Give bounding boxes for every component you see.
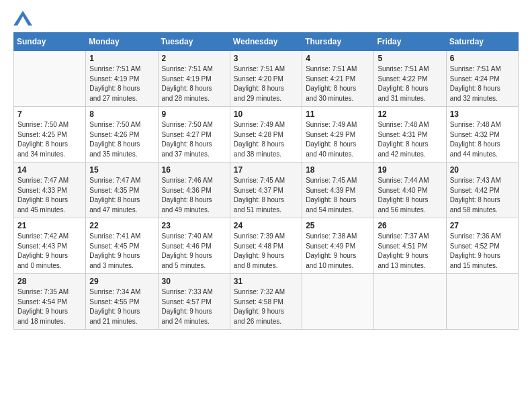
day-number: 16	[162, 165, 226, 175]
day-info: Sunrise: 7:50 AM Sunset: 4:27 PM Dayligh…	[162, 120, 226, 159]
day-info: Sunrise: 7:51 AM Sunset: 4:24 PM Dayligh…	[450, 64, 515, 103]
calendar-cell: 8Sunrise: 7:50 AM Sunset: 4:26 PM Daylig…	[86, 107, 158, 163]
day-number: 14	[17, 165, 82, 175]
calendar-cell	[446, 274, 518, 330]
day-info: Sunrise: 7:51 AM Sunset: 4:22 PM Dayligh…	[378, 64, 442, 103]
day-info: Sunrise: 7:35 AM Sunset: 4:54 PM Dayligh…	[17, 287, 82, 326]
weekday-header-friday: Friday	[374, 33, 446, 51]
calendar-table: SundayMondayTuesdayWednesdayThursdayFrid…	[13, 32, 519, 330]
day-info: Sunrise: 7:50 AM Sunset: 4:25 PM Dayligh…	[17, 120, 82, 159]
calendar-cell: 18Sunrise: 7:45 AM Sunset: 4:39 PM Dayli…	[302, 163, 374, 218]
calendar-cell: 28Sunrise: 7:35 AM Sunset: 4:54 PM Dayli…	[14, 274, 86, 330]
calendar-week-row: 14Sunrise: 7:47 AM Sunset: 4:33 PM Dayli…	[14, 163, 519, 218]
day-number: 30	[162, 277, 226, 286]
day-number: 26	[378, 221, 442, 230]
day-info: Sunrise: 7:47 AM Sunset: 4:33 PM Dayligh…	[17, 176, 82, 215]
calendar-cell: 23Sunrise: 7:40 AM Sunset: 4:46 PM Dayli…	[158, 218, 230, 274]
day-number: 13	[450, 109, 515, 119]
day-number: 1	[89, 54, 154, 63]
day-number: 27	[450, 221, 515, 230]
calendar-cell	[14, 51, 86, 107]
page-header	[13, 11, 519, 26]
day-number: 2	[162, 54, 226, 63]
day-info: Sunrise: 7:44 AM Sunset: 4:40 PM Dayligh…	[378, 176, 442, 215]
day-info: Sunrise: 7:48 AM Sunset: 4:31 PM Dayligh…	[378, 120, 442, 159]
calendar-cell: 15Sunrise: 7:47 AM Sunset: 4:35 PM Dayli…	[86, 163, 158, 218]
day-number: 18	[306, 165, 370, 175]
calendar-cell: 25Sunrise: 7:38 AM Sunset: 4:49 PM Dayli…	[302, 218, 374, 274]
calendar-cell: 6Sunrise: 7:51 AM Sunset: 4:24 PM Daylig…	[446, 51, 518, 107]
day-info: Sunrise: 7:36 AM Sunset: 4:52 PM Dayligh…	[450, 232, 515, 271]
day-number: 24	[234, 221, 298, 230]
day-info: Sunrise: 7:51 AM Sunset: 4:20 PM Dayligh…	[234, 64, 298, 103]
day-info: Sunrise: 7:45 AM Sunset: 4:37 PM Dayligh…	[234, 176, 298, 215]
calendar-cell: 14Sunrise: 7:47 AM Sunset: 4:33 PM Dayli…	[14, 163, 86, 218]
calendar-cell: 26Sunrise: 7:37 AM Sunset: 4:51 PM Dayli…	[374, 218, 446, 274]
day-number: 3	[234, 54, 298, 63]
day-number: 17	[234, 165, 298, 175]
calendar-cell: 29Sunrise: 7:34 AM Sunset: 4:55 PM Dayli…	[86, 274, 158, 330]
calendar-week-row: 7Sunrise: 7:50 AM Sunset: 4:25 PM Daylig…	[14, 107, 519, 163]
calendar-cell	[302, 274, 374, 330]
day-number: 21	[17, 221, 82, 230]
logo	[13, 11, 35, 26]
calendar-cell: 31Sunrise: 7:32 AM Sunset: 4:58 PM Dayli…	[230, 274, 302, 330]
calendar-cell: 9Sunrise: 7:50 AM Sunset: 4:27 PM Daylig…	[158, 107, 230, 163]
day-number: 5	[378, 54, 442, 63]
day-info: Sunrise: 7:43 AM Sunset: 4:42 PM Dayligh…	[450, 176, 515, 215]
day-info: Sunrise: 7:47 AM Sunset: 4:35 PM Dayligh…	[89, 176, 154, 215]
day-number: 23	[162, 221, 226, 230]
logo-icon	[13, 11, 32, 26]
day-info: Sunrise: 7:49 AM Sunset: 4:29 PM Dayligh…	[306, 120, 370, 159]
day-info: Sunrise: 7:38 AM Sunset: 4:49 PM Dayligh…	[306, 232, 370, 271]
day-number: 31	[234, 277, 298, 286]
day-info: Sunrise: 7:50 AM Sunset: 4:26 PM Dayligh…	[89, 120, 154, 159]
day-number: 7	[17, 109, 82, 119]
day-number: 28	[17, 277, 82, 286]
weekday-header-sunday: Sunday	[14, 33, 86, 51]
day-info: Sunrise: 7:49 AM Sunset: 4:28 PM Dayligh…	[234, 120, 298, 159]
calendar-cell: 19Sunrise: 7:44 AM Sunset: 4:40 PM Dayli…	[374, 163, 446, 218]
day-number: 15	[89, 165, 154, 175]
day-info: Sunrise: 7:46 AM Sunset: 4:36 PM Dayligh…	[162, 176, 226, 215]
day-info: Sunrise: 7:41 AM Sunset: 4:45 PM Dayligh…	[89, 232, 154, 271]
weekday-header-tuesday: Tuesday	[158, 33, 230, 51]
weekday-header-monday: Monday	[86, 33, 158, 51]
day-number: 29	[89, 277, 154, 286]
calendar-cell: 7Sunrise: 7:50 AM Sunset: 4:25 PM Daylig…	[14, 107, 86, 163]
calendar-cell: 3Sunrise: 7:51 AM Sunset: 4:20 PM Daylig…	[230, 51, 302, 107]
day-number: 12	[378, 109, 442, 119]
calendar-cell: 11Sunrise: 7:49 AM Sunset: 4:29 PM Dayli…	[302, 107, 374, 163]
day-info: Sunrise: 7:40 AM Sunset: 4:46 PM Dayligh…	[162, 232, 226, 271]
weekday-header-row: SundayMondayTuesdayWednesdayThursdayFrid…	[14, 33, 519, 51]
calendar-cell: 12Sunrise: 7:48 AM Sunset: 4:31 PM Dayli…	[374, 107, 446, 163]
day-number: 20	[450, 165, 515, 175]
day-info: Sunrise: 7:33 AM Sunset: 4:57 PM Dayligh…	[162, 287, 226, 326]
day-number: 25	[306, 221, 370, 230]
calendar-cell: 4Sunrise: 7:51 AM Sunset: 4:21 PM Daylig…	[302, 51, 374, 107]
day-number: 19	[378, 165, 442, 175]
calendar-cell: 2Sunrise: 7:51 AM Sunset: 4:19 PM Daylig…	[158, 51, 230, 107]
day-number: 6	[450, 54, 515, 63]
weekday-header-wednesday: Wednesday	[230, 33, 302, 51]
day-info: Sunrise: 7:51 AM Sunset: 4:21 PM Dayligh…	[306, 64, 370, 103]
calendar-cell: 22Sunrise: 7:41 AM Sunset: 4:45 PM Dayli…	[86, 218, 158, 274]
calendar-cell: 21Sunrise: 7:42 AM Sunset: 4:43 PM Dayli…	[14, 218, 86, 274]
calendar-cell: 5Sunrise: 7:51 AM Sunset: 4:22 PM Daylig…	[374, 51, 446, 107]
day-info: Sunrise: 7:51 AM Sunset: 4:19 PM Dayligh…	[89, 64, 154, 103]
calendar-cell: 30Sunrise: 7:33 AM Sunset: 4:57 PM Dayli…	[158, 274, 230, 330]
calendar-cell: 1Sunrise: 7:51 AM Sunset: 4:19 PM Daylig…	[86, 51, 158, 107]
calendar-week-row: 28Sunrise: 7:35 AM Sunset: 4:54 PM Dayli…	[14, 274, 519, 330]
day-info: Sunrise: 7:42 AM Sunset: 4:43 PM Dayligh…	[17, 232, 82, 271]
calendar-cell: 16Sunrise: 7:46 AM Sunset: 4:36 PM Dayli…	[158, 163, 230, 218]
day-number: 8	[89, 109, 154, 119]
day-info: Sunrise: 7:45 AM Sunset: 4:39 PM Dayligh…	[306, 176, 370, 215]
calendar-cell: 17Sunrise: 7:45 AM Sunset: 4:37 PM Dayli…	[230, 163, 302, 218]
day-number: 11	[306, 109, 370, 119]
weekday-header-thursday: Thursday	[302, 33, 374, 51]
calendar-cell: 24Sunrise: 7:39 AM Sunset: 4:48 PM Dayli…	[230, 218, 302, 274]
day-number: 22	[89, 221, 154, 230]
day-info: Sunrise: 7:51 AM Sunset: 4:19 PM Dayligh…	[162, 64, 226, 103]
day-number: 9	[162, 109, 226, 119]
calendar-cell: 13Sunrise: 7:48 AM Sunset: 4:32 PM Dayli…	[446, 107, 518, 163]
